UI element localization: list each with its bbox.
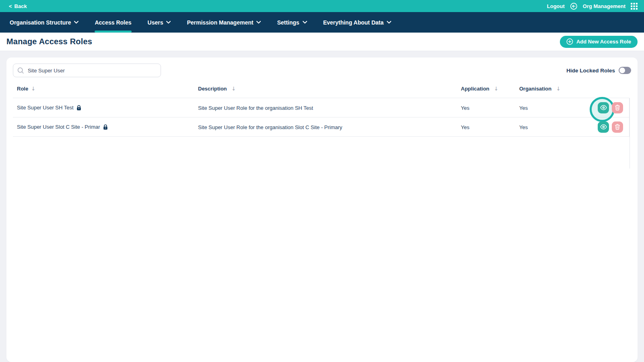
trash-icon	[615, 105, 620, 111]
application-cell: Yes	[461, 123, 519, 131]
filter-row: Hide Locked Roles	[13, 62, 631, 78]
column-header-description[interactable]: Description ↓	[198, 85, 461, 92]
logout-button[interactable]: Logout	[547, 3, 565, 9]
actions-cell	[572, 102, 629, 113]
nav-item-label: Everything About Data	[323, 19, 384, 26]
logout-icon[interactable]	[570, 2, 578, 10]
access-roles-card: Hide Locked Roles Role ↓ Description ↓ A…	[6, 58, 638, 362]
plus-circle-icon	[566, 38, 573, 45]
eye-icon	[600, 124, 607, 130]
nav-item-settings[interactable]: Settings	[277, 12, 307, 33]
hide-locked-roles-toggle[interactable]	[619, 67, 631, 74]
nav-item-permission-management[interactable]: Permission Management	[187, 12, 261, 33]
add-new-access-role-button[interactable]: Add New Access Role	[560, 36, 638, 48]
hide-locked-roles-control: Hide Locked Roles	[566, 67, 631, 74]
trash-icon	[615, 124, 620, 130]
nav-item-label: Access Roles	[95, 19, 131, 26]
sort-arrow-icon[interactable]: ↓	[231, 86, 236, 92]
nav-item-everything-about-data[interactable]: Everything About Data	[323, 12, 391, 33]
description-cell: Site Super User Role for the organisatio…	[198, 123, 461, 131]
delete-role-button[interactable]	[612, 102, 623, 113]
table-row: Site Super User SH Test Site Super User …	[13, 98, 629, 117]
access-roles-table: Role ↓ Description ↓ Application ↓ Organ…	[13, 79, 630, 137]
main-nav: Organisation Structure Access Roles User…	[0, 12, 644, 33]
active-tab-indicator	[95, 31, 131, 33]
back-button[interactable]: < Back	[9, 3, 27, 9]
chevron-down-icon	[256, 21, 261, 24]
view-role-button[interactable]	[598, 102, 609, 113]
column-header-application[interactable]: Application ↓	[461, 85, 519, 92]
column-label: Application	[461, 86, 489, 92]
lock-icon	[76, 105, 81, 111]
nav-item-users[interactable]: Users	[148, 12, 171, 33]
page-header: Manage Access Roles Add New Access Role	[0, 33, 644, 51]
role-cell: Site Super User Slot C Site - Primar	[13, 124, 198, 130]
add-button-label: Add New Access Role	[576, 39, 631, 45]
sort-arrow-icon[interactable]: ↓	[494, 86, 498, 92]
actions-cell	[572, 121, 629, 133]
chevron-down-icon	[303, 21, 307, 24]
column-label: Role	[17, 86, 28, 92]
column-label: Description	[198, 86, 227, 92]
eye-icon	[600, 105, 607, 110]
chevron-down-icon	[166, 21, 171, 24]
chevron-down-icon	[74, 21, 78, 24]
sort-arrow-icon[interactable]: ↓	[31, 86, 35, 92]
search-icon	[17, 67, 24, 74]
lock-icon	[103, 124, 108, 130]
description-text: Site Super User Role for the organisatio…	[198, 105, 313, 111]
nav-item-label: Users	[148, 19, 163, 26]
application-value: Yes	[461, 124, 469, 130]
nav-item-label: Permission Management	[187, 19, 253, 26]
back-chevron-icon: <	[9, 3, 12, 9]
role-name: Site Super User SH Test	[17, 105, 74, 111]
app-switcher-label: Org Management	[583, 3, 625, 9]
organisation-cell: Yes	[519, 123, 572, 131]
apps-grid-icon[interactable]	[631, 3, 638, 10]
page-title: Manage Access Roles	[6, 37, 92, 46]
application-cell: Yes	[461, 104, 519, 111]
table-header-row: Role ↓ Description ↓ Application ↓ Organ…	[13, 79, 630, 98]
back-button-label: Back	[14, 3, 27, 9]
toggle-knob	[619, 68, 625, 73]
chevron-down-icon	[387, 21, 391, 24]
hide-locked-roles-label: Hide Locked Roles	[566, 68, 615, 74]
column-header-role[interactable]: Role ↓	[13, 86, 198, 92]
table-body: Site Super User SH Test Site Super User …	[13, 98, 630, 137]
delete-role-button[interactable]	[612, 121, 623, 133]
table-scrollbar[interactable]	[630, 98, 630, 169]
description-text: Site Super User Role for the organisatio…	[198, 124, 342, 130]
nav-item-access-roles[interactable]: Access Roles	[95, 12, 131, 33]
nav-item-organisation-structure[interactable]: Organisation Structure	[10, 12, 78, 33]
nav-item-label: Settings	[277, 19, 299, 26]
top-app-bar: < Back Logout Org Management	[0, 0, 644, 12]
table-row: Site Super User Slot C Site - Primar Sit…	[13, 117, 629, 137]
column-label: Organisation	[519, 86, 551, 92]
organisation-cell: Yes	[519, 104, 572, 111]
column-header-organisation[interactable]: Organisation ↓	[519, 85, 572, 92]
search-box[interactable]	[13, 64, 161, 77]
search-input[interactable]	[28, 68, 157, 74]
organisation-value: Yes	[519, 124, 528, 130]
role-cell: Site Super User SH Test	[13, 105, 198, 111]
page-body: Hide Locked Roles Role ↓ Description ↓ A…	[0, 51, 644, 362]
role-name: Site Super User Slot C Site - Primar	[17, 124, 100, 130]
view-role-button[interactable]	[598, 121, 609, 133]
description-cell: Site Super User Role for the organisatio…	[198, 104, 461, 111]
organisation-value: Yes	[519, 105, 528, 111]
sort-arrow-icon[interactable]: ↓	[556, 86, 561, 92]
application-value: Yes	[461, 105, 469, 111]
nav-item-label: Organisation Structure	[10, 19, 71, 26]
